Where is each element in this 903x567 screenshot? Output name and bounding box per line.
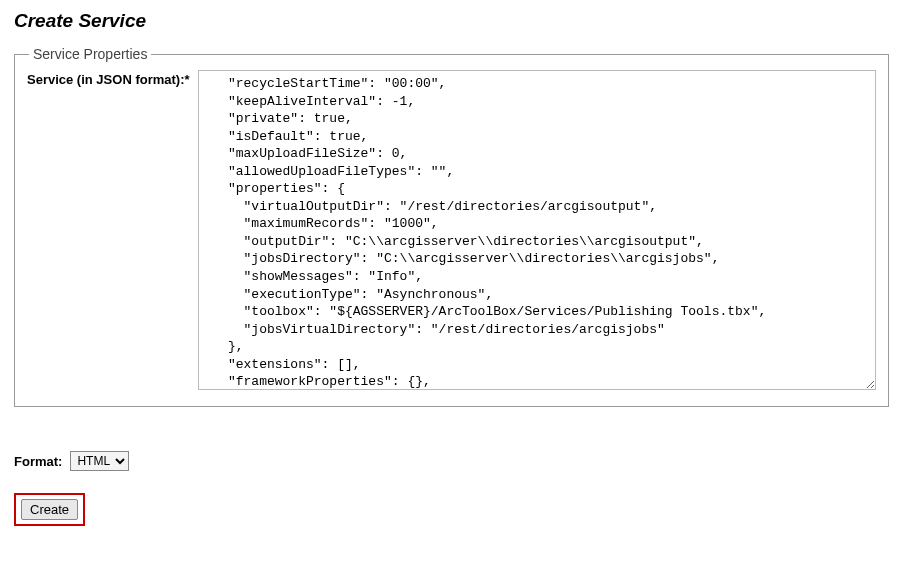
create-button[interactable]: Create <box>21 499 78 520</box>
format-select[interactable]: HTML <box>70 451 129 471</box>
service-json-label: Service (in JSON format):* <box>27 70 190 87</box>
fieldset-legend: Service Properties <box>29 46 151 62</box>
service-json-input[interactable] <box>198 70 876 390</box>
format-label: Format: <box>14 454 62 469</box>
service-properties-fieldset: Service Properties Service (in JSON form… <box>14 46 889 407</box>
page-title: Create Service <box>14 10 889 32</box>
service-json-row: Service (in JSON format):* <box>27 70 876 390</box>
format-row: Format: HTML <box>14 451 889 471</box>
create-button-highlight: Create <box>14 493 85 526</box>
